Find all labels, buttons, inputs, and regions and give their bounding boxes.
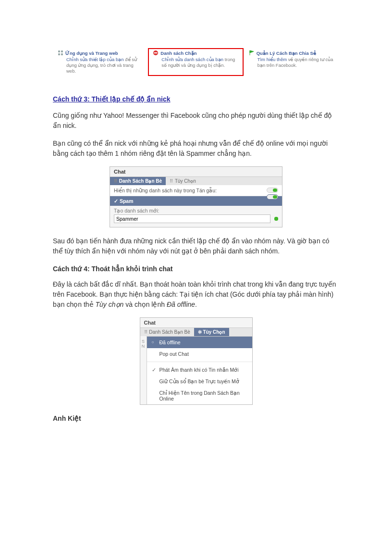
section4-heading: Cách thứ 4: Thoát hẳn khỏi trình chat xyxy=(53,265,339,273)
privacy-apps-title: Ứng dụng và Trang web xyxy=(65,50,118,56)
section3-para1: Cũng giống như Yahoo! Messenger thì Face… xyxy=(53,111,339,131)
menu-item-sound[interactable]: Phát Âm thanh khi có Tin nhắn Mới xyxy=(147,364,252,376)
left-truncated-column: SN xyxy=(140,336,147,404)
section3b-para: Sau đó bạn tiến hành đưa những nick cần … xyxy=(53,236,339,256)
chat2-title: Chat xyxy=(140,318,252,328)
menu-item-showonly[interactable]: Chỉ Hiện Tên trong Danh Sách Bạn Online xyxy=(147,387,252,404)
privacy-sharing-desc: Tìm hiểu thêm về quyền riêng tư của bạn … xyxy=(249,57,334,68)
svg-rect-5 xyxy=(154,52,158,53)
svg-rect-1 xyxy=(61,50,63,52)
grip-icon: ⠿ xyxy=(170,178,172,184)
section3-heading: Cách thứ 3: Thiết lập chế độ ẩn nick xyxy=(53,95,339,103)
privacy-item-apps[interactable]: Ứng dụng và Trang web Chỉnh sửa thiết lậ… xyxy=(53,48,148,76)
chat-widget-friendlist: Chat ⠿ Danh Sách Bạn Bè ⠿ Tùy Chọn Hiển … xyxy=(110,166,282,227)
chat-list-spam[interactable]: Spam xyxy=(110,196,282,206)
show-lists-label: Hiển thị những danh sách này trong Tán g… xyxy=(114,188,217,193)
privacy-apps-desc: Chỉnh sửa thiết lập của bạn để sử dụng ứ… xyxy=(58,57,143,74)
block-icon xyxy=(153,50,159,56)
privacy-block-desc: Chỉnh sửa danh sách của bạn trong số ngư… xyxy=(153,57,238,68)
menu-item-keepopen[interactable]: Giữ Cửa sổ Bạn bè Trực tuyến Mở xyxy=(147,376,252,387)
privacy-sharing-title: Quản Lý Cách Bạn Chia Sẻ xyxy=(257,50,316,56)
gear-icon: ✲ xyxy=(198,329,202,335)
tab-options2[interactable]: ✲ Tùy Chọn xyxy=(194,328,229,336)
chat-widget-options: Chat ⠿ Danh Sách Bạn Bè ✲ Tùy Chọn SN Đã… xyxy=(140,317,253,405)
tab-friendlist[interactable]: ⠿ Danh Sách Bạn Bè xyxy=(110,177,166,185)
svg-rect-2 xyxy=(58,53,60,55)
privacy-options-row: Ứng dụng và Trang web Chỉnh sửa thiết lậ… xyxy=(53,48,339,76)
grip-icon: ⠿ xyxy=(144,329,147,335)
chat-tabs: ⠿ Danh Sách Bạn Bè ⠿ Tùy Chọn xyxy=(110,177,282,185)
apps-icon xyxy=(58,50,63,56)
section4-para: Đây là cách bất đắc dĩ nhất. Bạn thoát h… xyxy=(53,279,339,310)
privacy-block-title: Danh sách Chặn xyxy=(160,50,196,56)
menu-item-popout[interactable]: Pop out Chat xyxy=(147,348,252,360)
menu-divider xyxy=(147,362,252,362)
online-dot-icon xyxy=(274,217,278,221)
create-list-row xyxy=(110,213,282,227)
chat-row-showlists: Hiển thị những danh sách này trong Tán g… xyxy=(110,185,282,196)
section3-para2: Bạn cũng có thể ẩn nick với những kẻ phá… xyxy=(53,138,339,159)
svg-rect-0 xyxy=(58,50,60,52)
menu-item-offline[interactable]: Đã offline xyxy=(147,337,252,348)
author-name: Anh Kiệt xyxy=(53,414,339,422)
toggle-showlists[interactable] xyxy=(267,188,278,193)
tab-options[interactable]: ⠿ Tùy Chọn xyxy=(166,177,200,185)
chat-title: Chat xyxy=(110,167,282,177)
tab-friendlist2[interactable]: ⠿ Danh Sách Bạn Bè xyxy=(140,328,194,336)
privacy-item-blocklist[interactable]: Danh sách Chặn Chỉnh sửa danh sách của b… xyxy=(148,48,243,76)
chat2-tabs: ⠿ Danh Sách Bạn Bè ✲ Tùy Chọn xyxy=(140,328,252,336)
toggle-spam[interactable] xyxy=(267,194,278,200)
flag-icon xyxy=(249,50,255,56)
privacy-item-sharing[interactable]: Quản Lý Cách Bạn Chia Sẻ Tìm hiểu thêm v… xyxy=(244,48,339,76)
grip-icon: ⠿ xyxy=(114,178,117,184)
svg-rect-3 xyxy=(61,53,63,55)
new-list-input[interactable] xyxy=(114,214,270,223)
